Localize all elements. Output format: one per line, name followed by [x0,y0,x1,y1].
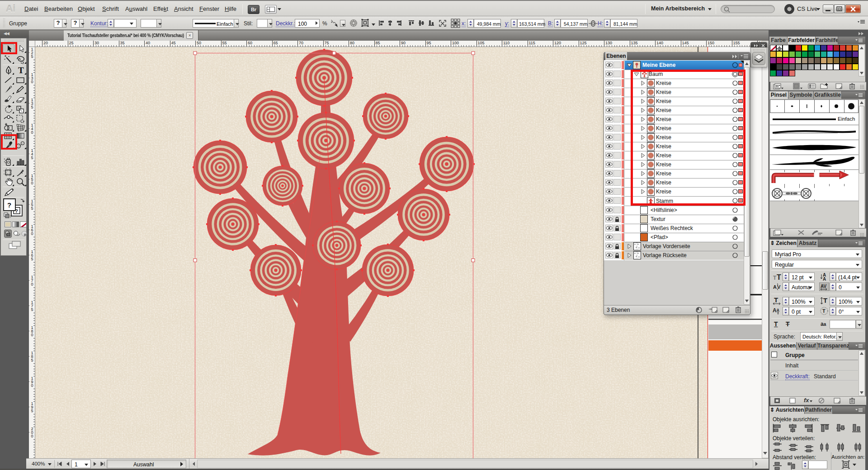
svg-text:A: A [773,284,777,290]
svg-text:A: A [823,277,826,281]
svg-text:T: T [773,275,777,281]
svg-text:T: T [777,273,781,281]
svg-text:A: A [773,307,777,314]
svg-text:?: ? [7,201,11,209]
svg-text:AV: AV [821,284,826,289]
svg-text:?: ? [9,215,12,218]
svg-text:T: T [774,296,778,304]
svg-text:T: T [822,308,826,314]
svg-text:T: T [18,66,24,75]
svg-text:T: T [823,296,827,304]
